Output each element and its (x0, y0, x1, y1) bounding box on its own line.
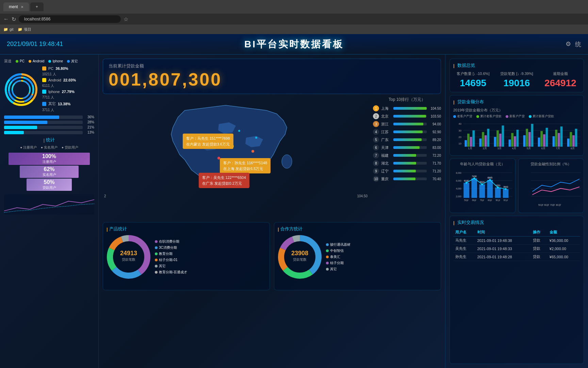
rank-val-7: 72.20 (429, 154, 441, 157)
rank-num-8: 8 (373, 160, 379, 166)
iphone-count: 7711 人 (42, 95, 54, 100)
svg-text:8月: 8月 (571, 147, 575, 150)
donut-labels: PC 36.80% 10211 人 Android 22.03% 6111 人 (42, 66, 76, 112)
rank-bar-5 (393, 138, 427, 141)
other-color (42, 102, 46, 106)
address-bar[interactable]: localhost:8586 (19, 15, 121, 23)
rank-item-6: 6 天津 83.00 (373, 144, 441, 151)
svg-point-105 (505, 188, 507, 190)
rank-item-9: 9 辽宁 71.20 (373, 168, 441, 174)
svg-text:3643: 3643 (503, 186, 508, 188)
android-count: 6111 人 (42, 83, 54, 88)
legend-android-label: Android (33, 59, 44, 63)
prod-dot-2 (155, 246, 158, 249)
rank-val-3: 94.00 (429, 122, 441, 126)
kpi-overdue-label: 逾期金额 (541, 71, 580, 76)
charts-row: 年龄与人均贷款金额（元） 8,000 6,000 4,000 2,000 (450, 158, 584, 213)
rank-val-4: 92.90 (429, 130, 441, 134)
svg-rect-44 (479, 139, 482, 147)
svg-rect-61 (540, 131, 543, 147)
funnel-pct-1: 100% (42, 153, 56, 159)
back-button[interactable]: ← (3, 16, 9, 22)
rank-bar-2 (393, 115, 427, 118)
prod-label-1: 在职消费分期 (159, 239, 179, 244)
trans-op-2: 贷款 (531, 245, 548, 253)
loan-display: 当前累计贷款金额 001,807,300 (103, 59, 441, 94)
funnel-pct-2: 62% (44, 166, 54, 172)
rank-num-9: 9 (373, 168, 379, 174)
product-legend-1: 在职消费分期 (155, 239, 187, 244)
rank-num-2: 2 (373, 113, 379, 119)
rank-item-7: 7 福建 72.20 (373, 152, 441, 158)
transaction-table: 用户名 时间 操作 金额 马先生 2021-09-01 19:48:38 贷款 … (453, 228, 580, 261)
bar-track-1 (4, 116, 83, 119)
svg-rect-55 (517, 130, 519, 147)
rank-val-1: 104.50 (429, 107, 441, 110)
geo-label-2: 104.50 (357, 194, 368, 198)
funnel-section: |统计 ● 注册用户 ● 实名用户 ● 贷款用户 100% 注册用户 62% 实… (4, 137, 94, 191)
product-legend-5: 其它 (155, 264, 187, 269)
loan-dist-leg-2: 累计老客户贷款 (476, 114, 502, 119)
bookmark-git[interactable]: 📁 git (3, 27, 14, 32)
trans-time-3: 2021-09-01 19:48:28 (475, 253, 531, 261)
trans-user-1: 马先生 (453, 236, 475, 245)
bar-row-4: 13% (4, 131, 94, 134)
new-tab-button[interactable]: + (30, 2, 44, 11)
svg-rect-50 (499, 134, 502, 147)
svg-point-12 (251, 150, 254, 153)
bookmark-project[interactable]: 📁 项目 (18, 27, 31, 32)
tab-close-button[interactable]: ✕ (21, 5, 23, 9)
funnel-bar-1: 100% 注册用户 (9, 153, 90, 165)
donut-label-pc: PC 36.80% (42, 66, 76, 71)
kpi-customer-value: 14695 (453, 78, 493, 89)
rank-item-8: 8 湖北 71.70 (373, 160, 441, 166)
legend-other: 其它 (67, 59, 78, 64)
trans-col-user: 用户名 (453, 228, 475, 236)
rank-item-4: 4 江苏 92.90 (373, 129, 441, 135)
rank-city-3: 浙江 (381, 122, 391, 127)
bar-fill-3 (4, 126, 37, 129)
svg-text:7月: 7月 (556, 147, 560, 150)
donut-label-other-count: 3711 人 (42, 108, 76, 112)
active-tab[interactable]: ment ✕ (3, 2, 29, 11)
svg-point-17 (282, 155, 292, 168)
product-legend-4: 桔子分期-01 (155, 258, 187, 262)
funnel-name-2: 实名用户 (43, 172, 56, 177)
kpi-overdue: 逾期金额 264912 (541, 71, 580, 89)
partner-dot-2 (326, 249, 329, 252)
partner-donut-stats: 23908 贷款笔数 骏行通讯器材 中创智信 (278, 235, 437, 279)
bookmark-star[interactable]: ☆ (124, 16, 128, 22)
gender-chart-box: 贷款金融性别比例（%） 50岁 60岁 70岁 80岁 (518, 158, 584, 213)
svg-rect-56 (523, 135, 526, 147)
legend-iphone-label: Iphone (52, 59, 63, 63)
rank-bar-1 (393, 107, 427, 110)
prod-dot-6 (155, 271, 158, 274)
svg-rect-57 (526, 129, 528, 147)
age-chart-box: 年龄与人均贷款金额（元） 8,000 6,000 4,000 2,000 (450, 158, 516, 213)
funnel-legend-real: ● 实名用户 (41, 145, 58, 150)
stats-icon[interactable]: 统 (575, 40, 581, 48)
bookmark-project-icon: 📁 (18, 27, 22, 32)
svg-rect-94 (487, 180, 493, 198)
kpi-row: 客户数量 [↓ -10.6%] 14695 贷款笔数 [↓ -9.39%] 19… (453, 71, 580, 89)
center-top: 客户：马先生 151****7698 在内蒙古 发起贷款3.6万元 客户：孙先生… (103, 97, 441, 219)
svg-point-11 (12, 81, 30, 98)
tab-bar: ment ✕ + (3, 2, 44, 11)
refresh-button[interactable]: ↻ (12, 16, 16, 22)
svg-rect-47 (487, 129, 489, 147)
rank-fill-7 (393, 154, 416, 157)
svg-rect-98 (503, 189, 509, 198)
svg-point-102 (481, 183, 483, 185)
ranking-title: Top 10排行（万元） (373, 97, 441, 103)
rank-fill-4 (393, 131, 423, 133)
address-bar-row: ← ↻ localhost:8586 ☆ (0, 14, 588, 25)
trans-col-op: 操作 (531, 228, 548, 236)
settings-icon[interactable]: ⚙ (566, 40, 571, 48)
bar-pct-1: 36% (85, 115, 94, 119)
svg-rect-43 (472, 131, 475, 147)
donut-label-iphone: Iphone 27.79% (42, 90, 76, 94)
product-legend: 在职消费分期 3C消费分期 教育分期 (155, 239, 187, 275)
partner-legend-4: 桔子分期 (326, 261, 350, 265)
bar-fill-2 (4, 121, 47, 124)
datetime-display: 2021/09/01 19:48:41 (7, 41, 63, 48)
